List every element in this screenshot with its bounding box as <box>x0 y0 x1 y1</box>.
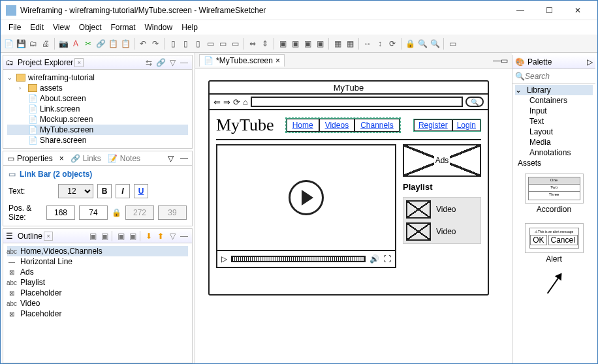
explorer-close-icon[interactable]: × <box>74 58 84 67</box>
project-tree[interactable]: ⌄wireframing-tutorial ›assets 📄About.scr… <box>3 70 192 148</box>
outline-item[interactable]: Ads <box>20 267 34 277</box>
rotate-icon[interactable]: ⟳ <box>387 38 398 49</box>
order1-icon[interactable]: ▣ <box>277 38 288 49</box>
tree-file[interactable]: Share.screen <box>40 136 86 145</box>
nav-link[interactable]: Channels <box>354 119 400 132</box>
menu-view[interactable]: View <box>49 22 74 33</box>
minimize-button[interactable]: — <box>506 1 535 20</box>
group-icon[interactable]: ▦ <box>332 38 343 49</box>
collapse-icon[interactable]: ⇆ <box>144 57 154 68</box>
undo-icon[interactable]: ↶ <box>138 38 148 49</box>
tab-notes[interactable]: 📝 Notes <box>108 154 140 163</box>
outline-item[interactable]: Playlist <box>20 278 45 287</box>
new-icon[interactable]: 📄 <box>3 38 14 49</box>
palette-cat[interactable]: Annotations <box>529 148 571 157</box>
wf-link-bar-nav[interactable]: Home Videos Channels <box>286 118 400 132</box>
present-icon[interactable]: ▭ <box>447 38 458 49</box>
zoomin-icon[interactable]: 🔍 <box>417 38 428 49</box>
underline-button[interactable]: U <box>134 184 148 198</box>
palette-item-arrow[interactable] <box>525 273 584 295</box>
linkeditor-icon[interactable]: 🔗 <box>155 57 166 68</box>
dist-h-icon[interactable]: ⇔ <box>247 38 258 49</box>
redo-icon[interactable]: ↷ <box>150 38 161 49</box>
palette-cat[interactable]: Layout <box>529 127 553 136</box>
nav-link[interactable]: Home <box>287 119 319 132</box>
palette-search-input[interactable] <box>525 72 598 81</box>
outline-btn3[interactable]: ▣ <box>116 231 126 241</box>
palette-cat[interactable]: Media <box>529 138 551 147</box>
align-center-icon[interactable]: ▯ <box>180 38 191 49</box>
align-top-icon[interactable]: ▭ <box>205 38 215 49</box>
tree-file[interactable]: Mockup.screen <box>40 115 93 124</box>
palette-cat[interactable]: Text <box>529 117 544 126</box>
lock-pos-icon[interactable]: 🔒 <box>112 208 121 217</box>
saveall-icon[interactable]: 🗂 <box>28 38 39 49</box>
min-icon[interactable]: — <box>179 57 189 68</box>
outline-min-icon[interactable]: — <box>179 231 189 241</box>
palette-assets[interactable]: Assets <box>518 159 541 168</box>
viewmenu-icon[interactable]: ▽ <box>167 57 178 68</box>
tree-root[interactable]: wireframing-tutorial <box>28 73 95 82</box>
camera-icon[interactable]: 📷 <box>58 38 69 49</box>
outline-item[interactable]: Horizontal Line <box>20 257 72 266</box>
print-icon[interactable]: 🖨 <box>40 38 51 49</box>
palette-cat[interactable]: Input <box>529 106 547 115</box>
auth-link[interactable]: Register <box>414 119 452 131</box>
editor-tab[interactable]: 📄 *MyTube.screen × <box>199 54 285 67</box>
pos-x-input[interactable] <box>46 205 75 220</box>
menu-format[interactable]: Format <box>107 22 140 33</box>
tree-file-selected[interactable]: MyTube.screen <box>40 125 93 134</box>
pos-y-input[interactable] <box>79 205 108 220</box>
align-mid-icon[interactable]: ▭ <box>217 38 228 49</box>
link-icon[interactable]: 🔗 <box>95 38 106 49</box>
outline-btn1[interactable]: ▣ <box>87 231 98 241</box>
italic-button[interactable]: I <box>116 184 130 198</box>
order2-icon[interactable]: ▣ <box>290 38 300 49</box>
close-button[interactable]: ✕ <box>563 1 592 20</box>
menu-window[interactable]: Window <box>141 22 177 33</box>
menu-edit[interactable]: Edit <box>26 22 48 33</box>
zoomout-icon[interactable]: 🔍 <box>430 38 440 49</box>
ungroup-icon[interactable]: ▦ <box>345 38 355 49</box>
palette-item-alert[interactable]: ⚠ This is an alert messageOKCancel Alert <box>525 223 584 264</box>
lock-icon[interactable]: 🔒 <box>405 38 415 49</box>
outline-item[interactable]: Placeholder <box>20 288 61 297</box>
tree-folder-assets[interactable]: assets <box>40 83 63 93</box>
palette-item-accordion[interactable]: OneTwoThree Accordion <box>525 174 584 214</box>
outline-down-icon[interactable]: ⬇ <box>144 231 154 241</box>
canvas[interactable]: MyTube ⇐ ⇒ ⟳ ⌂ 🔍 MyTube Home Videos <box>195 68 512 363</box>
align-right-icon[interactable]: ▯ <box>193 38 203 49</box>
tab-properties[interactable]: ▭ Properties <box>7 154 53 163</box>
tree-file[interactable]: About.screen <box>40 94 86 103</box>
align-bot-icon[interactable]: ▭ <box>230 38 240 49</box>
menu-object[interactable]: Object <box>75 22 106 33</box>
maximize-button[interactable]: ☐ <box>535 1 563 20</box>
copy-icon[interactable]: 📋 <box>108 38 118 49</box>
nav-link[interactable]: Videos <box>319 119 354 132</box>
outline-menu-icon[interactable]: ▽ <box>167 231 178 241</box>
wf-link-bar-auth[interactable]: Register Login <box>413 119 481 132</box>
outline-close-icon[interactable]: × <box>44 232 53 241</box>
dist-v-icon[interactable]: ⇕ <box>260 38 270 49</box>
pdf-icon[interactable]: A <box>71 38 81 49</box>
share-icon[interactable]: ✂ <box>83 38 93 49</box>
palette-library[interactable]: Library <box>527 85 551 95</box>
props-menu-icon[interactable]: ▽ <box>168 154 174 163</box>
palette-arrow-icon[interactable]: ▷ <box>587 57 593 67</box>
order3-icon[interactable]: ▣ <box>302 38 313 49</box>
outline-item[interactable]: Placeholder <box>20 309 61 318</box>
menu-help[interactable]: Help <box>178 22 202 33</box>
font-size-select[interactable]: 12 <box>58 184 93 198</box>
editor-tab-close-icon[interactable]: × <box>275 56 280 65</box>
outline-btn2[interactable]: ▣ <box>99 231 110 241</box>
properties-close-icon[interactable]: × <box>59 154 64 163</box>
paste-icon[interactable]: 📋 <box>120 38 131 49</box>
order4-icon[interactable]: ▣ <box>315 38 325 49</box>
save-icon[interactable]: 💾 <box>16 38 26 49</box>
outline-up-icon[interactable]: ⬆ <box>155 231 166 241</box>
outline-item[interactable]: Home,Videos,Channels <box>20 247 102 256</box>
outline-item[interactable]: Video <box>20 299 40 308</box>
align-left-icon[interactable]: ▯ <box>168 38 178 49</box>
sizeh-icon[interactable]: ↕ <box>375 38 385 49</box>
sizew-icon[interactable]: ↔ <box>362 38 373 49</box>
